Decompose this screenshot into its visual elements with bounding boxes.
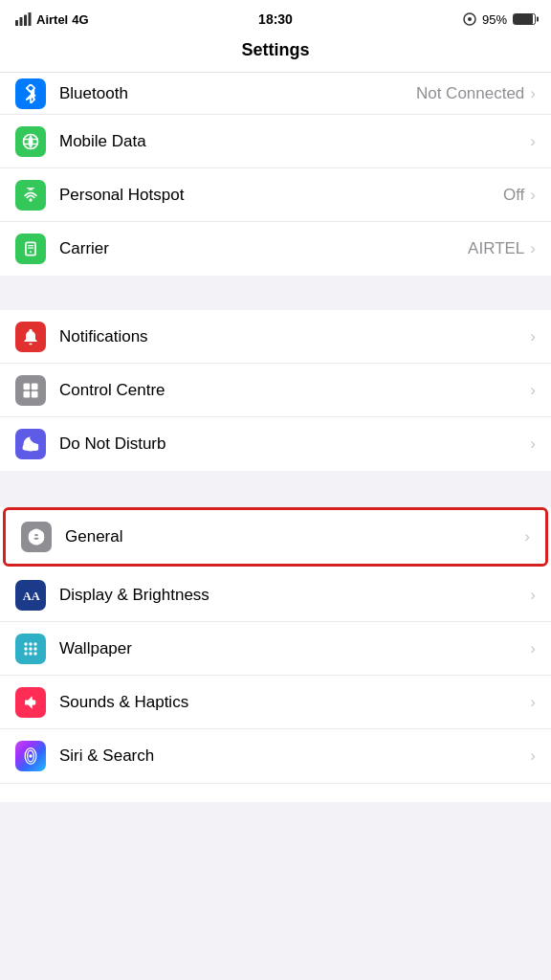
svg-point-30 (29, 754, 32, 757)
display-brightness-icon: AA (15, 580, 46, 611)
network-label: 4G (72, 12, 88, 27)
settings-row-mobile-data[interactable]: Mobile Data › (0, 115, 551, 168)
mobile-data-icon (15, 126, 46, 157)
svg-point-23 (29, 647, 32, 650)
do-not-disturb-label: Do Not Disturb (59, 434, 530, 454)
battery-percent: 95% (482, 12, 507, 27)
general-label: General (65, 527, 524, 546)
svg-point-9 (29, 198, 32, 201)
sounds-haptics-label: Sounds & Haptics (59, 693, 530, 712)
wallpaper-chevron: › (530, 639, 536, 658)
settings-row-bluetooth[interactable]: Bluetooth Not Connected › (0, 73, 551, 115)
carrier-label: Airtel (36, 12, 68, 27)
display-brightness-label: Display & Brightness (59, 586, 530, 605)
status-right: 95% (463, 12, 536, 27)
mobile-data-chevron: › (530, 132, 536, 151)
location-icon (463, 12, 476, 26)
svg-point-20 (29, 642, 32, 645)
control-centre-label: Control Centre (59, 381, 530, 400)
svg-point-13 (30, 251, 32, 253)
page-title: Settings (241, 40, 309, 59)
general-icon (21, 522, 52, 552)
svg-rect-14 (24, 383, 31, 390)
battery-icon (513, 13, 536, 25)
personal-hotspot-label: Personal Hotspot (59, 186, 503, 205)
general-highlight-wrapper: General › (3, 507, 548, 567)
svg-text:AA: AA (23, 590, 40, 603)
hotspot-icon (15, 180, 46, 211)
mobile-data-label: Mobile Data (59, 132, 530, 151)
settings-row-personal-hotspot[interactable]: Personal Hotspot Off › (0, 168, 551, 222)
settings-row-display-brightness[interactable]: AA Display & Brightness › (0, 568, 551, 622)
bluetooth-label: Bluetooth (59, 84, 416, 103)
signal-icon (15, 12, 33, 26)
carrier-icon (15, 234, 46, 264)
wallpaper-label: Wallpaper (59, 639, 530, 658)
svg-point-26 (29, 652, 32, 655)
settings-row-carrier[interactable]: Carrier AIRTEL › (0, 222, 551, 276)
general-group: General › AA Display & Brightness › (0, 507, 551, 783)
settings-row-notifications[interactable]: Notifications › (0, 310, 551, 364)
notifications-chevron: › (530, 327, 536, 346)
notifications-icon (15, 322, 46, 352)
do-not-disturb-icon (15, 429, 46, 459)
svg-point-19 (24, 642, 27, 645)
svg-rect-17 (32, 390, 38, 397)
svg-point-22 (24, 647, 27, 650)
bluetooth-icon (15, 78, 46, 109)
display-brightness-chevron: › (530, 586, 536, 605)
bottom-partial (0, 783, 551, 802)
svg-point-24 (33, 647, 36, 650)
svg-rect-16 (24, 390, 31, 397)
control-centre-chevron: › (530, 381, 536, 400)
svg-point-21 (33, 642, 36, 645)
group-separator-2 (0, 471, 551, 505)
settings-row-control-centre[interactable]: Control Centre › (0, 364, 551, 417)
personal-hotspot-chevron: › (530, 186, 536, 205)
settings-row-siri-search[interactable]: Siri & Search › (0, 729, 551, 783)
carrier-value: AIRTEL (468, 239, 524, 258)
nav-bar: Settings (0, 34, 551, 73)
svg-point-5 (468, 17, 472, 21)
settings-row-general[interactable]: General › (6, 510, 545, 564)
notifications-label: Notifications (59, 327, 530, 346)
control-centre-icon (15, 375, 46, 406)
system-group: Notifications › Control Centre › (0, 310, 551, 471)
svg-point-27 (33, 652, 36, 655)
settings-row-wallpaper[interactable]: Wallpaper › (0, 622, 551, 676)
bluetooth-chevron: › (530, 84, 536, 103)
bluetooth-value: Not Connected (416, 84, 524, 103)
svg-rect-1 (20, 17, 23, 26)
do-not-disturb-chevron: › (530, 434, 536, 454)
general-chevron: › (524, 527, 530, 546)
status-bar: Airtel 4G 18:30 95% (0, 0, 551, 34)
svg-rect-2 (24, 15, 27, 27)
status-time: 18:30 (258, 11, 293, 27)
svg-point-25 (24, 652, 27, 655)
carrier-chevron: › (530, 239, 536, 258)
siri-search-chevron: › (530, 746, 536, 766)
sounds-haptics-icon (15, 687, 46, 718)
svg-rect-3 (29, 12, 32, 26)
sounds-haptics-chevron: › (530, 693, 536, 712)
settings-row-sounds-haptics[interactable]: Sounds & Haptics › (0, 676, 551, 729)
siri-search-label: Siri & Search (59, 746, 530, 766)
siri-search-icon (15, 741, 46, 771)
svg-rect-15 (32, 383, 38, 390)
settings-row-do-not-disturb[interactable]: Do Not Disturb › (0, 417, 551, 471)
svg-rect-10 (26, 242, 35, 255)
wallpaper-icon (15, 634, 46, 664)
connectivity-group: Bluetooth Not Connected › Mobile Data › (0, 73, 551, 276)
carrier-label: Carrier (59, 239, 468, 258)
status-carrier: Airtel 4G (15, 12, 89, 27)
svg-rect-0 (15, 20, 18, 26)
group-separator-1 (0, 276, 551, 310)
personal-hotspot-value: Off (503, 186, 524, 205)
